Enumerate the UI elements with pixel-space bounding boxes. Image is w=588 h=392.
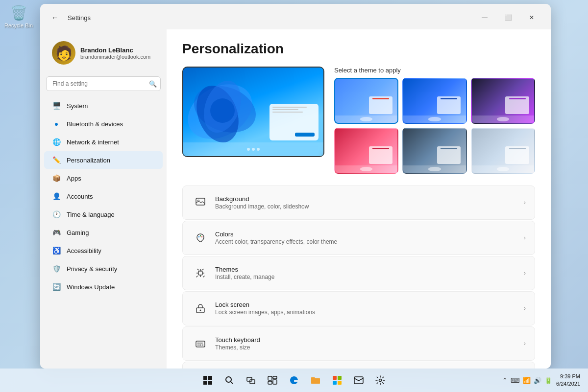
svg-point-32 <box>226 377 231 382</box>
theme-thumb-2[interactable] <box>402 78 466 124</box>
window-body: 🧑 Brandon LeBlanc brandoninsider@outlook… <box>40 29 551 369</box>
settings-item-touch-keyboard[interactable]: Touch keyboard Themes, size › <box>182 326 535 361</box>
sidebar-item-label-system: System <box>67 102 88 110</box>
system-icon: 🖥️ <box>52 101 61 110</box>
sidebar-item-bluetooth[interactable]: ● Bluetooth & devices <box>44 115 163 133</box>
taskbar-taskview-icon[interactable] <box>241 370 261 390</box>
settings-item-start[interactable]: Start Recent apps and items, folders › <box>182 362 535 369</box>
svg-point-7 <box>198 236 199 237</box>
svg-rect-40 <box>333 376 337 380</box>
lockscreen-text: Lock screen Lock screen images, apps, an… <box>215 301 524 316</box>
svg-rect-42 <box>333 381 337 385</box>
svg-rect-28 <box>203 376 207 380</box>
theme-thumb-window-5 <box>437 146 461 164</box>
theme-thumb-3[interactable] <box>471 78 535 124</box>
taskbar-start-icon[interactable] <box>198 370 218 390</box>
themes-label: Select a theme to apply <box>334 67 535 74</box>
lockscreen-chevron: › <box>524 305 526 312</box>
sidebar-item-label-apps: Apps <box>67 175 81 182</box>
svg-rect-36 <box>268 376 272 380</box>
search-icon[interactable]: 🔍 <box>149 80 157 88</box>
taskbar-center <box>198 370 390 390</box>
recycle-bin-icon[interactable]: 🗑️ Recycle Bin <box>4 4 33 28</box>
sidebar-item-accessibility[interactable]: ♿ Accessibility <box>44 242 163 259</box>
sidebar-item-gaming[interactable]: 🎮 Gaming <box>44 224 163 241</box>
sidebar-item-privacy[interactable]: 🛡️ Privacy & security <box>44 260 163 277</box>
settings-item-themes[interactable]: Themes Install, create, manage › <box>182 256 535 290</box>
taskbar: ⌃ ⌨ 📶 🔊 🔋 9:39 PM 6/24/2021 <box>0 369 588 392</box>
theme-thumb-window-2 <box>437 96 461 114</box>
battery-icon[interactable]: 🔋 <box>544 377 552 384</box>
wifi-icon[interactable]: 📶 <box>523 377 531 384</box>
sidebar-item-personalization[interactable]: ✏️ Personalization <box>44 151 163 169</box>
touch-keyboard-chevron: › <box>524 340 526 347</box>
time-icon: 🕐 <box>52 210 61 219</box>
taskbar-edge-icon[interactable] <box>284 370 304 390</box>
sidebar-item-network[interactable]: 🌐 Network & internet <box>44 133 163 151</box>
svg-rect-18 <box>197 343 199 344</box>
taskbar-clock[interactable]: 9:39 PM 6/24/2021 <box>556 373 580 388</box>
settings-item-background[interactable]: Background Background image, color, slid… <box>182 185 535 220</box>
window-controls: — ⬜ ✕ <box>473 10 543 25</box>
colors-icon <box>192 229 209 247</box>
theme-thumb-5[interactable] <box>402 128 466 174</box>
taskbar-widgets-icon[interactable] <box>263 370 282 390</box>
sidebar-item-label-bluetooth: Bluetooth & devices <box>67 120 123 128</box>
chevron-up-icon[interactable]: ⌃ <box>502 377 508 384</box>
title-bar-left: ← Settings <box>48 11 91 24</box>
sidebar-item-system[interactable]: 🖥️ System <box>44 97 163 115</box>
accounts-icon: 👤 <box>52 192 61 201</box>
back-button[interactable]: ← <box>48 11 62 24</box>
taskbar-right: ⌃ ⌨ 📶 🔊 🔋 9:39 PM 6/24/2021 <box>502 373 580 388</box>
minimize-button[interactable]: — <box>473 10 496 25</box>
gaming-icon: 🎮 <box>52 228 61 237</box>
preview-inner <box>183 68 323 156</box>
recycle-bin-label: Recycle Bin <box>4 23 33 28</box>
window-title: Settings <box>68 14 91 22</box>
taskbar-mail-icon[interactable] <box>349 370 368 390</box>
preview-taskbar <box>183 142 323 156</box>
theme-thumb-6[interactable] <box>471 128 535 174</box>
lockscreen-icon <box>192 300 209 317</box>
theme-thumb-taskbar-4 <box>335 165 397 172</box>
taskbar-search-icon[interactable] <box>220 370 239 390</box>
sidebar-item-label-gaming: Gaming <box>67 229 89 236</box>
user-profile[interactable]: 🧑 Brandon LeBlanc brandoninsider@outlook… <box>44 35 163 70</box>
time-display: 9:39 PM <box>556 373 580 380</box>
svg-line-33 <box>231 382 233 384</box>
search-input[interactable] <box>46 76 161 91</box>
themes-icon <box>192 264 209 282</box>
settings-list: Background Background image, color, slid… <box>182 185 535 369</box>
sidebar-item-time[interactable]: 🕐 Time & language <box>44 206 163 223</box>
volume-icon[interactable]: 🔊 <box>534 377 541 384</box>
touch-keyboard-icon <box>192 335 209 352</box>
theme-section: Select a theme to apply <box>182 67 535 174</box>
search-box: 🔍 <box>46 76 161 91</box>
svg-point-8 <box>200 235 201 236</box>
bluetooth-icon: ● <box>52 119 61 128</box>
svg-rect-37 <box>273 376 277 379</box>
user-name: Brandon LeBlanc <box>80 46 150 54</box>
colors-title: Colors <box>215 231 524 238</box>
taskbar-explorer-icon[interactable] <box>306 370 325 390</box>
theme-thumb-1[interactable] <box>334 78 398 124</box>
maximize-button[interactable]: ⬜ <box>497 10 519 25</box>
settings-item-lockscreen[interactable]: Lock screen Lock screen images, apps, an… <box>182 291 535 325</box>
sidebar-item-label-time: Time & language <box>67 211 115 218</box>
sidebar-item-label-network: Network & internet <box>67 138 119 146</box>
theme-thumb-window-4 <box>369 146 392 164</box>
theme-thumb-4[interactable] <box>334 128 398 174</box>
sidebar-item-apps[interactable]: 📦 Apps <box>44 169 163 187</box>
svg-rect-31 <box>208 381 212 385</box>
close-button[interactable]: ✕ <box>520 10 543 25</box>
sidebar-item-accounts[interactable]: 👤 Accounts <box>44 187 163 205</box>
sidebar-item-update[interactable]: 🔄 Windows Update <box>44 278 163 296</box>
colors-text: Colors Accent color, transparency effect… <box>215 231 524 245</box>
theme-thumb-taskbar-1 <box>335 115 397 122</box>
colors-chevron: › <box>524 234 526 241</box>
taskbar-store-icon[interactable] <box>327 370 347 390</box>
taskbar-settings-icon[interactable] <box>370 370 390 390</box>
keyboard-icon[interactable]: ⌨ <box>511 377 520 384</box>
settings-item-colors[interactable]: Colors Accent color, transparency effect… <box>182 221 535 255</box>
svg-point-16 <box>200 309 201 311</box>
